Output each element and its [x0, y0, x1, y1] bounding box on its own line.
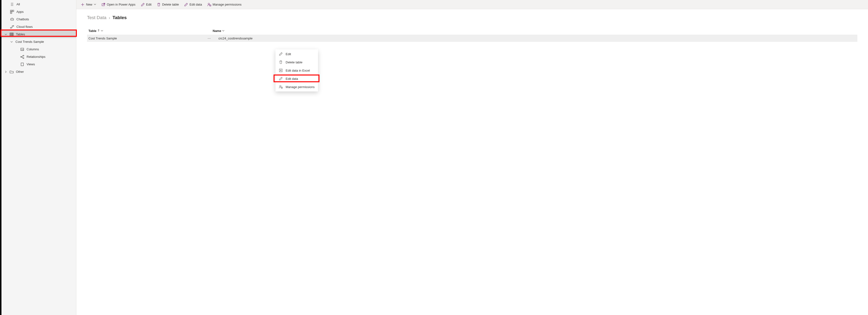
breadcrumb: Test Data › Tables — [87, 15, 857, 20]
column-header-label: Name — [213, 29, 221, 33]
column-header-label: Table — [88, 29, 96, 33]
menu-item-label: Edit — [286, 52, 291, 56]
columns-icon: Abc — [20, 48, 24, 51]
sidebar-item-views[interactable]: Views — [1, 60, 76, 68]
sidebar-item-cloud-flows[interactable]: Cloud flows — [1, 23, 76, 30]
svg-point-16 — [21, 56, 22, 57]
list-icon — [10, 2, 14, 6]
svg-rect-9 — [10, 33, 13, 36]
row-context-menu: Edit Delete table Edit data in Excel Edi… — [276, 49, 318, 91]
sidebar-item-columns[interactable]: Abc Columns — [1, 46, 76, 53]
column-header-name[interactable]: Name — [213, 29, 857, 33]
toolbar-label: Open in Power Apps — [107, 3, 135, 6]
sidebar-item-label: Tables — [16, 32, 25, 36]
plus-icon — [81, 3, 85, 6]
breadcrumb-separator: › — [109, 16, 110, 20]
main-area: New Open in Power Apps Edit Delete table — [76, 0, 868, 315]
sidebar-item-label: Chatbots — [17, 18, 29, 21]
sidebar-item-other[interactable]: Other — [1, 68, 76, 76]
trash-icon — [157, 3, 161, 6]
permissions-icon — [207, 3, 211, 6]
folder-icon — [10, 70, 13, 74]
sidebar-item-cost-trends-sample[interactable]: Cost Trends Sample — [1, 38, 76, 46]
chatbot-icon — [10, 18, 14, 21]
pencil-icon — [279, 52, 283, 56]
views-icon — [20, 62, 24, 66]
chevron-down-icon — [10, 41, 13, 43]
svg-point-8 — [13, 25, 14, 26]
sidebar-item-label: All — [17, 2, 20, 6]
content-area: Test Data › Tables Table Name — [76, 9, 868, 315]
svg-rect-3 — [11, 19, 13, 20]
svg-point-7 — [10, 27, 11, 28]
edit-button[interactable]: Edit — [139, 0, 153, 9]
sidebar-item-all[interactable]: All — [1, 0, 76, 8]
toolbar-label: Edit data — [189, 3, 202, 6]
edit-data-button[interactable]: Edit data — [182, 0, 204, 9]
svg-point-17 — [23, 55, 24, 56]
cell-schema-name: crc24_costtrendssample — [213, 36, 857, 40]
svg-point-18 — [23, 58, 24, 59]
menu-item-edit-data-excel[interactable]: Edit data in Excel — [276, 66, 318, 75]
table-row[interactable]: Cost Trends Sample ⋯ crc24_costtrendssam… — [87, 35, 857, 42]
sidebar-item-relationships[interactable]: Relationships — [1, 53, 76, 60]
menu-item-edit-data[interactable]: Edit data — [276, 75, 318, 83]
menu-item-manage-permissions[interactable]: Manage permissions — [276, 83, 318, 91]
column-header-table[interactable]: Table — [87, 29, 213, 33]
svg-rect-21 — [21, 63, 24, 66]
chevron-down-icon — [222, 29, 224, 33]
menu-item-label: Edit data in Excel — [286, 69, 310, 72]
menu-item-edit[interactable]: Edit — [276, 50, 318, 58]
svg-point-28 — [280, 85, 281, 87]
open-in-power-apps-button[interactable]: Open in Power Apps — [99, 0, 137, 9]
apps-icon — [10, 10, 14, 14]
sidebar: All Apps Chatbots Cloud flows Tables Cos… — [1, 0, 76, 315]
column-header-row: Table Name — [87, 27, 857, 35]
tables-list: Table Name Cost Trends Sample — [87, 27, 857, 42]
sidebar-item-label: Cost Trends Sample — [16, 40, 44, 44]
sidebar-item-label: Other — [16, 70, 24, 74]
sidebar-item-chatbots[interactable]: Chatbots — [1, 16, 76, 23]
menu-item-label: Delete table — [286, 60, 302, 64]
toolbar-label: New — [86, 3, 92, 6]
pencil-icon — [141, 3, 145, 6]
sidebar-item-label: Apps — [17, 10, 24, 13]
pencil-icon — [184, 3, 188, 6]
table-icon — [10, 32, 13, 36]
chevron-right-icon — [4, 70, 7, 73]
toolbar: New Open in Power Apps Edit Delete table — [76, 0, 868, 9]
svg-line-20 — [22, 57, 23, 58]
trash-icon — [279, 60, 283, 64]
breadcrumb-parent[interactable]: Test Data — [87, 15, 106, 20]
breadcrumb-current: Tables — [113, 15, 127, 20]
svg-point-25 — [208, 3, 210, 5]
svg-text:Abc: Abc — [21, 49, 24, 50]
svg-rect-0 — [10, 10, 12, 11]
permissions-icon — [279, 85, 283, 89]
sidebar-item-apps[interactable]: Apps — [1, 8, 76, 16]
flow-icon — [10, 25, 14, 29]
relationships-icon — [20, 55, 24, 59]
menu-item-delete-table[interactable]: Delete table — [276, 58, 318, 66]
svg-line-19 — [22, 56, 23, 57]
sidebar-item-tables[interactable]: Tables — [1, 30, 76, 38]
svg-rect-1 — [12, 10, 14, 11]
sidebar-item-label: Columns — [27, 48, 39, 51]
sort-asc-icon — [97, 29, 100, 33]
toolbar-label: Edit — [146, 3, 152, 6]
menu-item-label: Manage permissions — [286, 85, 315, 89]
new-button[interactable]: New — [79, 0, 98, 9]
cell-table-name: Cost Trends Sample — [87, 36, 206, 40]
menu-item-label: Edit data — [286, 77, 298, 81]
sidebar-item-label: Cloud flows — [17, 25, 33, 29]
sidebar-item-label: Relationships — [27, 55, 45, 59]
row-more-button[interactable]: ⋯ — [206, 36, 213, 40]
chevron-down-icon — [4, 33, 7, 35]
sidebar-item-label: Views — [27, 62, 35, 66]
manage-permissions-button[interactable]: Manage permissions — [206, 0, 244, 9]
pencil-icon — [279, 77, 283, 81]
delete-table-button[interactable]: Delete table — [155, 0, 181, 9]
toolbar-label: Delete table — [162, 3, 179, 6]
chevron-down-icon — [101, 29, 103, 33]
chevron-down-icon — [94, 3, 96, 6]
